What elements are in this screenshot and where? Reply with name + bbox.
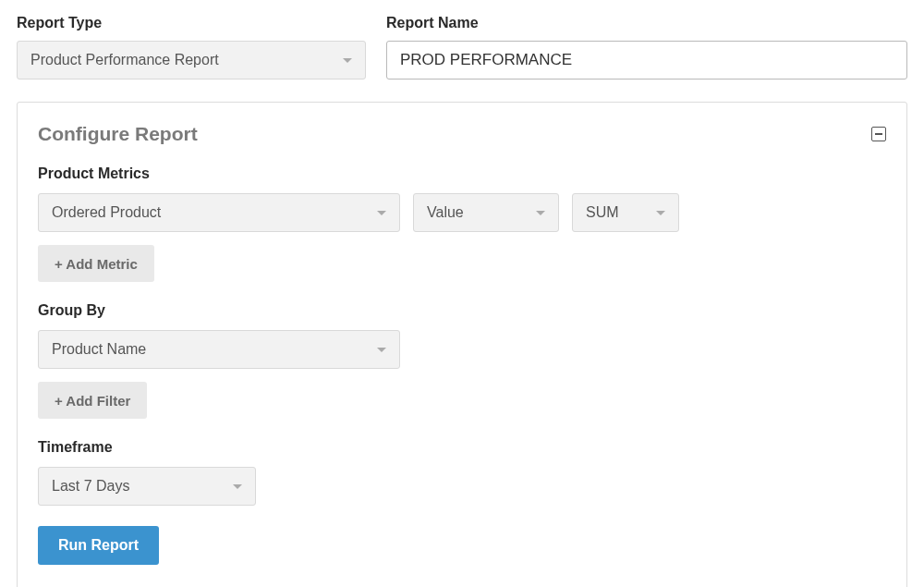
timeframe-value: Last 7 Days <box>52 478 129 495</box>
metric-field-select[interactable]: Value <box>413 193 559 232</box>
metric-agg-value: SUM <box>586 204 619 221</box>
report-name-input[interactable] <box>386 41 907 79</box>
timeframe-select[interactable]: Last 7 Days <box>38 467 256 506</box>
metric-field-value: Value <box>427 204 464 221</box>
report-type-label: Report Type <box>17 15 366 31</box>
add-metric-button[interactable]: + Add Metric <box>38 245 154 282</box>
report-name-label: Report Name <box>386 15 907 31</box>
group-by-section: Group By Product Name + Add Filter <box>38 302 886 419</box>
configure-report-panel: Configure Report Product Metrics Ordered… <box>17 102 907 587</box>
timeframe-label: Timeframe <box>38 439 886 456</box>
product-metrics-section: Product Metrics Ordered Product Value SU… <box>38 165 886 282</box>
metrics-row: Ordered Product Value SUM <box>38 193 886 232</box>
panel-title: Configure Report <box>38 123 198 145</box>
product-metrics-label: Product Metrics <box>38 165 886 182</box>
panel-header: Configure Report <box>38 123 886 145</box>
report-type-group: Report Type Product Performance Report <box>17 15 366 79</box>
report-name-group: Report Name <box>386 15 907 79</box>
report-type-value: Product Performance Report <box>30 52 219 68</box>
chevron-down-icon <box>536 211 545 215</box>
metric-value: Ordered Product <box>52 204 161 221</box>
chevron-down-icon <box>377 348 386 352</box>
timeframe-section: Timeframe Last 7 Days <box>38 439 886 506</box>
chevron-down-icon <box>343 58 352 63</box>
metric-select[interactable]: Ordered Product <box>38 193 400 232</box>
chevron-down-icon <box>233 484 242 489</box>
report-type-select[interactable]: Product Performance Report <box>17 41 366 79</box>
chevron-down-icon <box>656 211 665 215</box>
collapse-icon[interactable] <box>871 127 886 141</box>
group-by-label: Group By <box>38 302 886 319</box>
report-header-row: Report Type Product Performance Report R… <box>17 15 907 79</box>
run-report-button[interactable]: Run Report <box>38 526 159 565</box>
group-by-value: Product Name <box>52 341 146 358</box>
chevron-down-icon <box>377 211 386 215</box>
add-filter-button[interactable]: + Add Filter <box>38 382 147 419</box>
minus-icon <box>875 133 882 135</box>
group-by-select[interactable]: Product Name <box>38 330 400 369</box>
metric-agg-select[interactable]: SUM <box>572 193 679 232</box>
